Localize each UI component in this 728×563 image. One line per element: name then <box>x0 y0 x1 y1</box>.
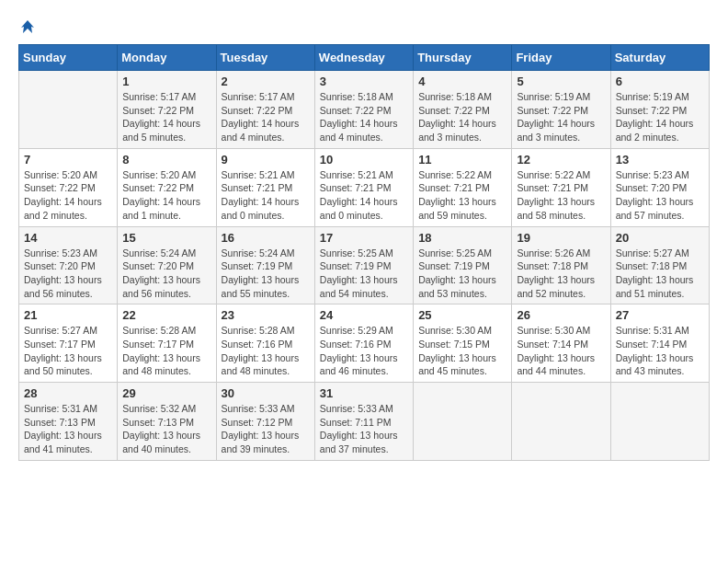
day-info: Sunrise: 5:28 AM Sunset: 7:16 PM Dayligh… <box>222 324 310 378</box>
day-number: 29 <box>122 386 210 400</box>
day-info: Sunrise: 5:30 AM Sunset: 7:15 PM Dayligh… <box>418 324 506 378</box>
calendar-cell: 30Sunrise: 5:33 AM Sunset: 7:12 PM Dayli… <box>216 383 314 461</box>
day-info: Sunrise: 5:28 AM Sunset: 7:17 PM Dayligh… <box>122 324 210 378</box>
calendar-cell: 14Sunrise: 5:23 AM Sunset: 7:20 PM Dayli… <box>19 226 118 304</box>
calendar-week-4: 21Sunrise: 5:27 AM Sunset: 7:17 PM Dayli… <box>19 304 710 383</box>
weekday-header-monday: Monday <box>118 45 216 71</box>
day-info: Sunrise: 5:23 AM Sunset: 7:20 PM Dayligh… <box>24 247 112 301</box>
calendar-cell: 27Sunrise: 5:31 AM Sunset: 7:14 PM Dayli… <box>610 304 709 383</box>
calendar-cell: 25Sunrise: 5:30 AM Sunset: 7:15 PM Dayli… <box>414 304 512 383</box>
day-info: Sunrise: 5:26 AM Sunset: 7:18 PM Dayligh… <box>517 247 605 301</box>
day-number: 14 <box>24 231 112 245</box>
day-number: 30 <box>222 386 310 400</box>
day-number: 16 <box>222 231 310 245</box>
day-number: 13 <box>616 153 704 167</box>
day-number: 1 <box>122 75 210 88</box>
calendar-cell: 15Sunrise: 5:24 AM Sunset: 7:20 PM Dayli… <box>118 226 216 304</box>
day-number: 2 <box>222 75 310 88</box>
weekday-header-sunday: Sunday <box>19 45 118 71</box>
weekday-header-saturday: Saturday <box>610 45 709 71</box>
calendar-cell: 19Sunrise: 5:26 AM Sunset: 7:18 PM Dayli… <box>512 226 610 304</box>
day-info: Sunrise: 5:19 AM Sunset: 7:22 PM Dayligh… <box>616 90 704 144</box>
day-number: 3 <box>320 75 408 88</box>
calendar-cell: 10Sunrise: 5:21 AM Sunset: 7:21 PM Dayli… <box>314 148 413 226</box>
day-info: Sunrise: 5:27 AM Sunset: 7:17 PM Dayligh… <box>24 324 112 378</box>
calendar-cell: 8Sunrise: 5:20 AM Sunset: 7:22 PM Daylig… <box>118 148 216 226</box>
day-number: 15 <box>122 231 210 245</box>
day-info: Sunrise: 5:31 AM Sunset: 7:13 PM Dayligh… <box>24 402 112 456</box>
svg-marker-0 <box>21 20 34 33</box>
day-number: 12 <box>517 153 605 167</box>
day-number: 9 <box>222 153 310 167</box>
logo-bird-icon <box>19 18 36 35</box>
day-info: Sunrise: 5:22 AM Sunset: 7:21 PM Dayligh… <box>517 168 605 223</box>
weekday-header-wednesday: Wednesday <box>314 45 413 71</box>
calendar-week-3: 14Sunrise: 5:23 AM Sunset: 7:20 PM Dayli… <box>19 226 710 304</box>
calendar-cell: 6Sunrise: 5:19 AM Sunset: 7:22 PM Daylig… <box>610 71 709 149</box>
calendar-cell <box>19 71 118 149</box>
calendar-cell: 2Sunrise: 5:17 AM Sunset: 7:22 PM Daylig… <box>216 71 314 149</box>
day-info: Sunrise: 5:25 AM Sunset: 7:19 PM Dayligh… <box>418 247 506 301</box>
day-info: Sunrise: 5:24 AM Sunset: 7:20 PM Dayligh… <box>122 247 210 301</box>
day-number: 8 <box>122 153 210 167</box>
calendar-week-5: 28Sunrise: 5:31 AM Sunset: 7:13 PM Dayli… <box>19 383 710 461</box>
day-number: 6 <box>616 75 704 88</box>
calendar-week-1: 1Sunrise: 5:17 AM Sunset: 7:22 PM Daylig… <box>19 71 710 149</box>
day-info: Sunrise: 5:21 AM Sunset: 7:21 PM Dayligh… <box>222 168 310 223</box>
calendar-cell: 26Sunrise: 5:30 AM Sunset: 7:14 PM Dayli… <box>512 304 610 383</box>
calendar-cell: 24Sunrise: 5:29 AM Sunset: 7:16 PM Dayli… <box>314 304 413 383</box>
calendar-cell: 1Sunrise: 5:17 AM Sunset: 7:22 PM Daylig… <box>118 71 216 149</box>
calendar-cell: 20Sunrise: 5:27 AM Sunset: 7:18 PM Dayli… <box>610 226 709 304</box>
day-info: Sunrise: 5:19 AM Sunset: 7:22 PM Dayligh… <box>517 90 605 144</box>
day-info: Sunrise: 5:31 AM Sunset: 7:14 PM Dayligh… <box>616 324 704 378</box>
calendar-cell: 4Sunrise: 5:18 AM Sunset: 7:22 PM Daylig… <box>414 71 512 149</box>
calendar-cell: 9Sunrise: 5:21 AM Sunset: 7:21 PM Daylig… <box>216 148 314 226</box>
day-number: 25 <box>418 308 506 322</box>
day-info: Sunrise: 5:25 AM Sunset: 7:19 PM Dayligh… <box>320 247 408 301</box>
day-info: Sunrise: 5:27 AM Sunset: 7:18 PM Dayligh… <box>616 247 704 301</box>
calendar-cell: 13Sunrise: 5:23 AM Sunset: 7:20 PM Dayli… <box>610 148 709 226</box>
day-info: Sunrise: 5:21 AM Sunset: 7:21 PM Dayligh… <box>320 168 408 223</box>
calendar-week-2: 7Sunrise: 5:20 AM Sunset: 7:22 PM Daylig… <box>19 148 710 226</box>
day-number: 5 <box>517 75 605 88</box>
day-info: Sunrise: 5:30 AM Sunset: 7:14 PM Dayligh… <box>517 324 605 378</box>
day-number: 19 <box>517 231 605 245</box>
calendar-cell <box>610 383 709 461</box>
calendar-cell: 12Sunrise: 5:22 AM Sunset: 7:21 PM Dayli… <box>512 148 610 226</box>
day-number: 4 <box>418 75 506 88</box>
day-number: 24 <box>320 308 408 322</box>
day-info: Sunrise: 5:20 AM Sunset: 7:22 PM Dayligh… <box>122 168 210 223</box>
day-info: Sunrise: 5:18 AM Sunset: 7:22 PM Dayligh… <box>320 90 408 144</box>
day-info: Sunrise: 5:17 AM Sunset: 7:22 PM Dayligh… <box>122 90 210 144</box>
day-number: 27 <box>616 308 704 322</box>
day-number: 17 <box>320 231 408 245</box>
calendar-cell: 5Sunrise: 5:19 AM Sunset: 7:22 PM Daylig… <box>512 71 610 149</box>
calendar-cell: 22Sunrise: 5:28 AM Sunset: 7:17 PM Dayli… <box>118 304 216 383</box>
day-info: Sunrise: 5:18 AM Sunset: 7:22 PM Dayligh… <box>418 90 506 144</box>
day-info: Sunrise: 5:24 AM Sunset: 7:19 PM Dayligh… <box>222 247 310 301</box>
weekday-header-row: SundayMondayTuesdayWednesdayThursdayFrid… <box>19 45 710 71</box>
day-number: 11 <box>418 153 506 167</box>
calendar-cell: 16Sunrise: 5:24 AM Sunset: 7:19 PM Dayli… <box>216 226 314 304</box>
calendar-cell: 31Sunrise: 5:33 AM Sunset: 7:11 PM Dayli… <box>314 383 413 461</box>
calendar-cell <box>512 383 610 461</box>
calendar-cell: 3Sunrise: 5:18 AM Sunset: 7:22 PM Daylig… <box>314 71 413 149</box>
day-number: 7 <box>24 153 112 167</box>
calendar-cell: 29Sunrise: 5:32 AM Sunset: 7:13 PM Dayli… <box>118 383 216 461</box>
calendar-cell: 17Sunrise: 5:25 AM Sunset: 7:19 PM Dayli… <box>314 226 413 304</box>
calendar-cell: 18Sunrise: 5:25 AM Sunset: 7:19 PM Dayli… <box>414 226 512 304</box>
day-info: Sunrise: 5:33 AM Sunset: 7:11 PM Dayligh… <box>320 402 408 456</box>
calendar-cell <box>414 383 512 461</box>
calendar-cell: 7Sunrise: 5:20 AM Sunset: 7:22 PM Daylig… <box>19 148 118 226</box>
day-info: Sunrise: 5:20 AM Sunset: 7:22 PM Dayligh… <box>24 168 112 223</box>
day-number: 10 <box>320 153 408 167</box>
logo <box>18 18 37 35</box>
day-info: Sunrise: 5:17 AM Sunset: 7:22 PM Dayligh… <box>222 90 310 144</box>
calendar-cell: 11Sunrise: 5:22 AM Sunset: 7:21 PM Dayli… <box>414 148 512 226</box>
page-header <box>18 18 710 35</box>
day-number: 28 <box>24 386 112 400</box>
day-number: 31 <box>320 386 408 400</box>
day-number: 18 <box>418 231 506 245</box>
day-info: Sunrise: 5:23 AM Sunset: 7:20 PM Dayligh… <box>616 168 704 223</box>
weekday-header-tuesday: Tuesday <box>216 45 314 71</box>
